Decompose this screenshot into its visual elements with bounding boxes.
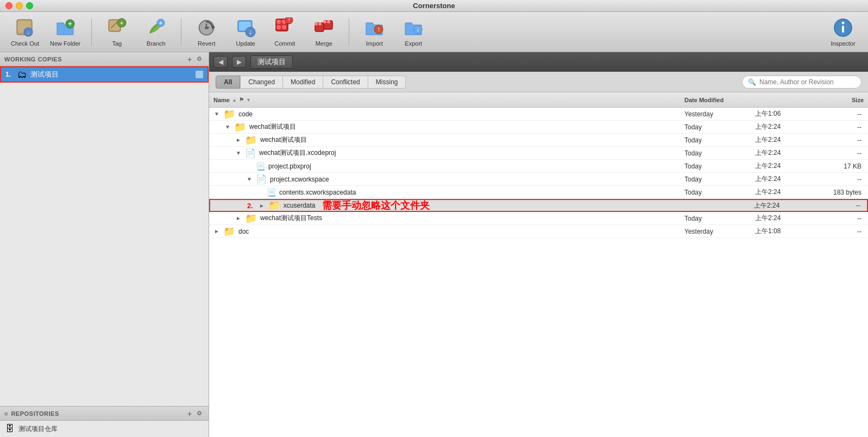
table-row[interactable]: 📄 project.xcworkspace Today 上午2:24 -- [209,173,868,186]
repos-gear-button[interactable]: ⚙ [194,409,204,419]
add-repo-button[interactable]: + [185,409,194,419]
inspector-icon [833,17,853,38]
separator-2 [181,18,181,46]
close-button[interactable] [5,2,12,9]
app-title: Cornerstone [413,2,455,10]
annotation-text: 需要手动忽略这个文件夹 [322,199,430,212]
filter-changed-button[interactable]: Changed [240,76,283,89]
revert-button[interactable]: Revert [188,14,225,50]
filter-missing-button[interactable]: Missing [368,76,406,89]
search-input[interactable] [759,78,856,86]
repositories-section: ≡ REPOSITORIES + ⚙ 🗄 测试项目仓库 [0,406,209,437]
update-button[interactable]: ↓ Update [227,14,264,50]
cell-date: Today [684,189,755,196]
cell-size: 17 KB [809,163,864,170]
col-size-label: Size [852,97,864,103]
cell-time: 上午2:24 [755,148,809,158]
expand-arrow[interactable] [235,215,242,221]
table-row[interactable]: 📃 contents.xcworkspacedata Today 上午2:24 … [209,186,868,199]
col-name-header: Name ▲ ⚑ ▼ [213,97,684,103]
filter-all-button[interactable]: All [216,76,240,89]
svg-text:+: + [159,20,162,26]
cell-size: -- [809,215,864,222]
cell-name: 📄 project.xcworkspace [213,174,684,184]
sort-ascending-icon[interactable]: ▲ [232,97,237,103]
table-row[interactable]: 📃 project.pbxproj Today 上午2:24 17 KB [209,160,868,173]
repo-item-test[interactable]: 🗄 测试项目仓库 [0,421,209,437]
sidebar-item-label: 测试项目 [30,70,59,79]
tag-icon: + [106,17,127,38]
svg-text:↓: ↓ [249,27,253,36]
repos-collapse-icon[interactable]: ≡ [4,410,8,417]
xcuserdata-row[interactable]: 2. 📁 xcuserdata 需要手动忽略这个文件夹 上午2:24 -- [209,199,868,212]
cell-time: 上午1:08 [755,227,809,236]
maximize-button[interactable] [26,2,33,9]
titlebar: Cornerstone [0,0,868,12]
filter-bar: All Changed Modified Conflicted Missing … [209,72,868,92]
tag-button[interactable]: + Tag [98,14,135,50]
working-copy-icon: 🗂 [17,69,27,80]
working-copies-list: 1. 🗂 测试项目 [0,66,209,406]
table-row[interactable]: 📁 wechat测试项目 Today 上午2:24 -- [209,134,868,147]
file-name: wechat测试项目 [260,135,307,145]
file-name: contents.xcworkspacedata [279,189,356,196]
nav-back-icon: ◀ [218,58,223,66]
cell-size: 183 bytes [809,189,864,196]
expand-arrow[interactable] [224,124,231,130]
revert-icon [196,17,217,38]
working-copies-gear-button[interactable]: ⚙ [194,54,204,64]
svg-point-25 [276,25,281,29]
branch-button[interactable]: + Branch [137,14,174,50]
filter-conflicted-button[interactable]: Conflicted [323,76,368,89]
cell-size: -- [808,202,863,209]
import-button[interactable]: ↑ Import [356,14,393,50]
add-working-copy-button[interactable]: + [185,54,194,64]
checkout-icon: ↓ [15,17,35,38]
commit-button[interactable]: ↑ Commit [266,14,303,50]
file-name: wechat测试项目 [249,122,296,132]
expand-arrow[interactable] [213,228,220,234]
file-name: wechat测试项目Tests [260,214,322,223]
expand-arrow[interactable] [235,137,242,143]
nav-forward-icon: ▶ [237,58,242,66]
export-button[interactable]: ↓ Export [395,14,432,50]
cell-time: 上午2:24 [755,135,809,145]
toolbar: ↓ Check Out + New Folder [0,12,868,52]
table-row[interactable]: 📄 wechat测试项目.xcodeproj Today 上午2:24 -- [209,147,868,160]
cell-name: 📃 project.pbxproj [213,162,684,171]
svg-rect-41 [842,26,844,33]
cell-time: 上午2:24 [755,174,809,184]
inspector-button[interactable]: Inspector [825,14,861,50]
expand-arrow[interactable] [213,111,220,117]
merge-button[interactable]: Merge [305,14,342,50]
table-row[interactable]: 📁 wechat测试项目 Today 上午2:24 -- [209,121,868,134]
nav-back-button[interactable]: ◀ [213,56,228,68]
minimize-button[interactable] [16,2,23,9]
svg-text:↑: ↑ [287,17,291,24]
sort-descending-icon[interactable]: ▼ [246,97,251,103]
table-row[interactable]: 📁 wechat测试项目Tests Today 上午2:24 -- [209,212,868,225]
file-name: code [238,110,253,118]
table-row[interactable]: 📁 doc Yesterday 上午1:08 -- [209,225,868,238]
cell-size: -- [809,136,864,144]
svg-point-33 [323,20,326,23]
flag-icon: ⚑ [239,97,244,103]
table-row[interactable]: 📁 code Yesterday 上午1:06 -- [209,108,868,121]
file-name: project.xcworkspace [270,176,329,183]
expand-arrow[interactable] [259,203,265,209]
import-icon: ↑ [364,17,385,38]
main-layout: WORKING COPIES + ⚙ 1. 🗂 测试项目 ≡ REPOSITOR… [0,52,868,437]
expand-arrow[interactable] [246,176,253,182]
content-area: ◀ ▶ 测试项目 All Changed Modified Conflicted… [209,52,868,437]
sidebar-item-test-project[interactable]: 1. 🗂 测试项目 [0,66,209,83]
checkout-button[interactable]: ↓ Check Out [7,14,43,50]
sidebar: WORKING COPIES + ⚙ 1. 🗂 测试项目 ≡ REPOSITOR… [0,52,209,437]
folder-icon: 📁 [245,213,257,224]
traffic-lights [5,2,33,9]
file-table: Name ▲ ⚑ ▼ Date Modified Size [209,92,868,437]
export-icon: ↓ [403,17,424,38]
filter-modified-button[interactable]: Modified [282,76,323,89]
expand-arrow[interactable] [235,150,242,156]
nav-forward-button[interactable]: ▶ [232,56,246,68]
new-folder-button[interactable]: + New Folder [46,14,85,50]
